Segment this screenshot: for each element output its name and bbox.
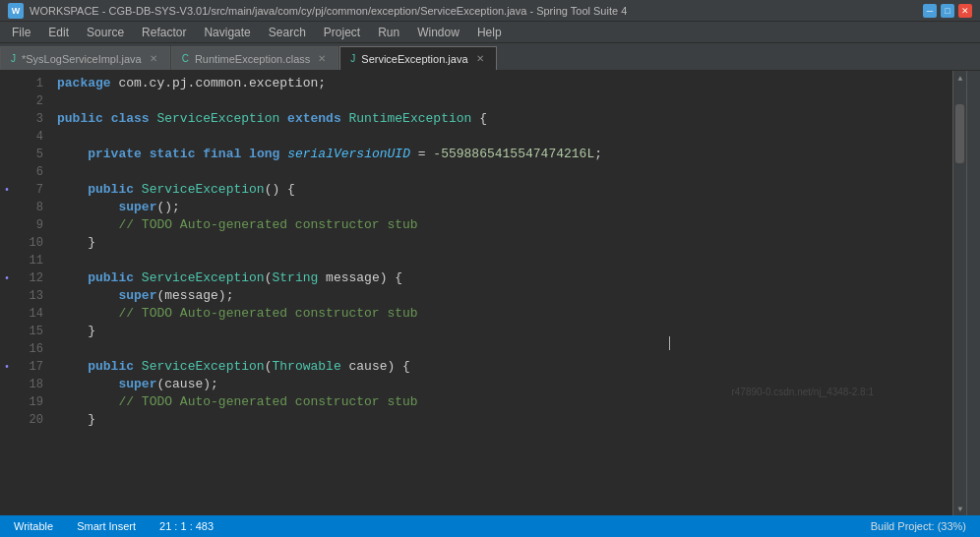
code-line-13: super(message); (57, 287, 952, 305)
code-line-5: private static final long serialVersionU… (57, 146, 952, 163)
marker-19 (0, 393, 14, 411)
tab-runtimeexception[interactable]: C RuntimeException.class ✕ (171, 46, 339, 70)
status-bar: Writable Smart Insert 21 : 1 : 483 Build… (0, 515, 980, 537)
marker-18 (0, 376, 14, 393)
marker-3 (0, 110, 14, 128)
ln-5: 5 (14, 146, 43, 163)
tab-icon: J (11, 53, 16, 64)
code-line-9: // TODO Auto-generated constructor stub (57, 216, 952, 234)
menu-run[interactable]: Run (370, 24, 407, 41)
status-bar-left: Writable Smart Insert 21 : 1 : 483 (10, 520, 217, 532)
ln-20: 20 (14, 411, 43, 429)
code-line-15: } (57, 323, 952, 340)
text-cursor (669, 336, 670, 350)
marker-15 (0, 323, 14, 340)
ln-9: 9 (14, 216, 43, 234)
tab-icon: C (182, 53, 189, 64)
window-controls[interactable]: ─ □ ✕ (923, 4, 972, 18)
ln-16: 16 (14, 340, 43, 358)
tab-bar: J *SysLogServiceImpl.java ✕ C RuntimeExc… (0, 43, 980, 71)
menu-help[interactable]: Help (469, 24, 510, 41)
tab-label: RuntimeException.class (195, 53, 310, 65)
menu-edit[interactable]: Edit (40, 24, 77, 41)
ln-17: 17 (14, 358, 43, 376)
tab-icon: J (350, 53, 355, 64)
code-line-6 (57, 163, 952, 181)
ln-12: 12 (14, 269, 43, 287)
ln-2: 2 (14, 92, 43, 110)
status-writable: Writable (10, 520, 57, 532)
marker-10 (0, 234, 14, 252)
tab-serviceexception[interactable]: J ServiceException.java ✕ (339, 46, 496, 70)
scroll-track[interactable] (953, 85, 966, 502)
marker-1 (0, 75, 14, 92)
tab-close-runtimeexception[interactable]: ✕ (316, 53, 328, 65)
minimize-button[interactable]: ─ (923, 4, 937, 18)
marker-14 (0, 305, 14, 323)
ln-4: 4 (14, 128, 43, 146)
maximize-button[interactable]: □ (941, 4, 954, 18)
code-line-3: public class ServiceException extends Ru… (57, 110, 952, 128)
editor-scrollbar[interactable]: ▲ ▼ (952, 71, 966, 515)
code-line-7: public ServiceException() { (57, 181, 952, 199)
code-line-11 (57, 252, 952, 269)
status-insert-mode: Smart Insert (73, 520, 140, 532)
scroll-thumb[interactable] (955, 104, 964, 163)
code-line-14: // TODO Auto-generated constructor stub (57, 305, 952, 323)
menu-refactor[interactable]: Refactor (134, 24, 194, 41)
marker-9 (0, 216, 14, 234)
ln-8: 8 (14, 199, 43, 216)
marker-8 (0, 199, 14, 216)
ln-13: 13 (14, 287, 43, 305)
marker-17 (0, 358, 14, 376)
marker-12 (0, 269, 14, 287)
scroll-down-button[interactable]: ▼ (953, 502, 967, 515)
marker-5 (0, 146, 14, 163)
ln-7: 7 (14, 181, 43, 199)
scroll-up-button[interactable]: ▲ (953, 71, 967, 85)
editor-container: 1 2 3 4 5 6 7 8 9 10 11 12 13 14 15 16 1… (0, 71, 980, 515)
tab-label: ServiceException.java (361, 53, 467, 65)
tab-syslogserviceimpl[interactable]: J *SysLogServiceImpl.java ✕ (0, 46, 170, 70)
marker-4 (0, 128, 14, 146)
ln-14: 14 (14, 305, 43, 323)
marker-2 (0, 92, 14, 110)
marker-11 (0, 252, 14, 269)
status-bar-right: Build Project: (33%) (867, 520, 970, 532)
menu-file[interactable]: File (4, 24, 38, 41)
code-line-10: } (57, 234, 952, 252)
code-line-12: public ServiceException(String message) … (57, 269, 952, 287)
ln-6: 6 (14, 163, 43, 181)
tab-close-serviceexception[interactable]: ✕ (474, 53, 486, 65)
tab-label: *SysLogServiceImpl.java (22, 53, 142, 65)
menu-navigate[interactable]: Navigate (196, 24, 258, 41)
window-title: WORKSPACE - CGB-DB-SYS-V3.01/src/main/ja… (30, 5, 627, 17)
ln-10: 10 (14, 234, 43, 252)
title-bar: W WORKSPACE - CGB-DB-SYS-V3.01/src/main/… (0, 0, 980, 22)
app-icon: W (8, 3, 24, 19)
menu-project[interactable]: Project (316, 24, 368, 41)
title-bar-left: W WORKSPACE - CGB-DB-SYS-V3.01/src/main/… (8, 3, 627, 19)
marker-16 (0, 340, 14, 358)
menu-bar: File Edit Source Refactor Navigate Searc… (0, 22, 980, 43)
status-position: 21 : 1 : 483 (155, 520, 217, 532)
menu-window[interactable]: Window (409, 24, 467, 41)
marker-13 (0, 287, 14, 305)
code-line-18: super(cause); (57, 376, 952, 393)
status-build: Build Project: (33%) (867, 520, 970, 532)
tab-close-syslogserviceimpl[interactable]: ✕ (148, 53, 159, 65)
editor-code-area[interactable]: package com.cy.pj.common.exception; publ… (49, 71, 952, 515)
marker-6 (0, 163, 14, 181)
ln-19: 19 (14, 393, 43, 411)
close-button[interactable]: ✕ (958, 4, 972, 18)
marker-7 (0, 181, 14, 199)
editor-gutter-markers (0, 71, 14, 515)
menu-search[interactable]: Search (261, 24, 314, 41)
ln-15: 15 (14, 323, 43, 340)
code-line-19: // TODO Auto-generated constructor stub (57, 393, 952, 411)
menu-source[interactable]: Source (79, 24, 132, 41)
code-line-1: package com.cy.pj.common.exception; (57, 75, 952, 92)
overview-ruler (966, 71, 980, 515)
code-line-4 (57, 128, 952, 146)
ln-1: 1 (14, 75, 43, 92)
